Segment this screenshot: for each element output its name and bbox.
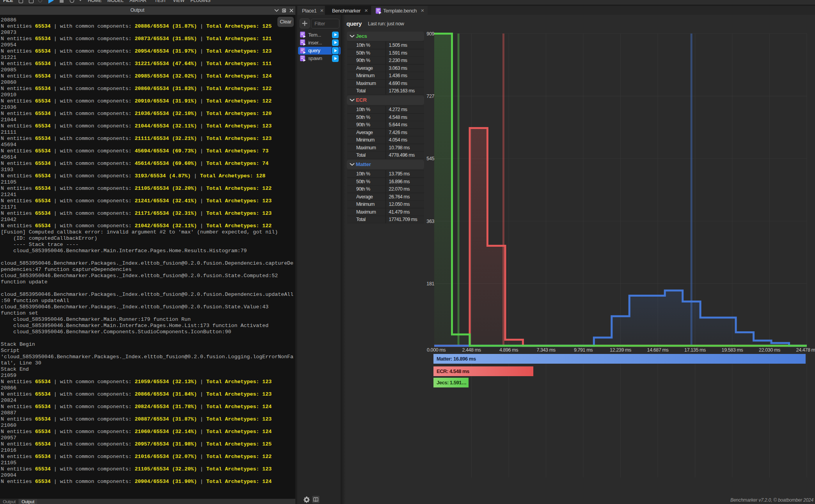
- svg-text:545: 545: [426, 156, 434, 161]
- svg-text:0.000 ms: 0.000 ms: [427, 347, 446, 353]
- svg-text:181: 181: [426, 281, 434, 286]
- svg-text:7.343 ms: 7.343 ms: [536, 347, 555, 353]
- svg-text:24.478 ms: 24.478 ms: [796, 347, 815, 353]
- svg-text:2.448 ms: 2.448 ms: [462, 347, 481, 353]
- svg-text:727: 727: [426, 94, 434, 99]
- svg-text:14.687 ms: 14.687 ms: [647, 347, 669, 353]
- svg-text:363: 363: [426, 219, 434, 224]
- svg-text:9.791 ms: 9.791 ms: [574, 347, 593, 353]
- svg-text:12.239 ms: 12.239 ms: [610, 347, 631, 353]
- svg-text:17.135 ms: 17.135 ms: [684, 347, 706, 353]
- svg-text:19.583 ms: 19.583 ms: [722, 347, 743, 353]
- svg-text:4.896 ms: 4.896 ms: [499, 347, 518, 353]
- svg-text:909: 909: [426, 31, 434, 37]
- svg-text:22.030 ms: 22.030 ms: [759, 347, 780, 353]
